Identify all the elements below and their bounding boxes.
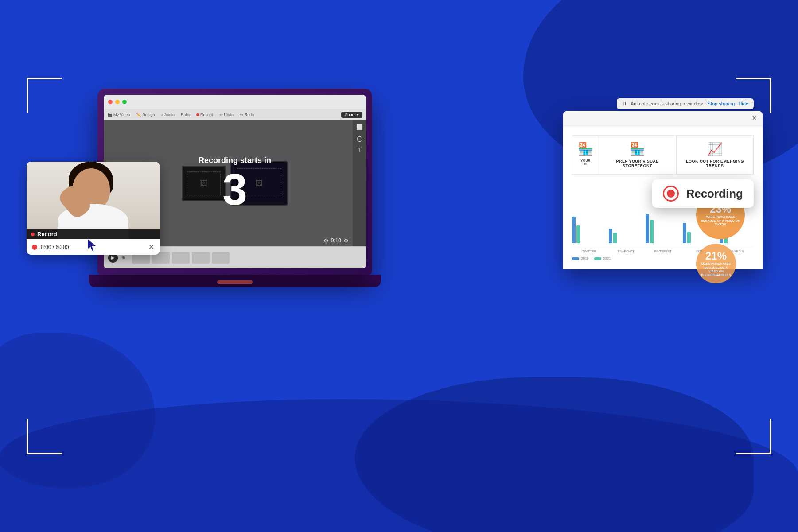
trends-icon: 📈 (707, 142, 723, 156)
toolbar-audio[interactable]: ♪ Audio (161, 113, 175, 117)
stop-sharing-btn[interactable]: Stop sharing (708, 101, 735, 106)
sharing-notification: ⏸ Animoto.com is sharing a window. Stop … (617, 98, 754, 109)
person-silhouette: 😊 (27, 162, 160, 239)
rec-dot-small (32, 245, 37, 250)
laptop-notch (217, 280, 253, 284)
panel-close-button[interactable]: × (752, 114, 756, 122)
bar-group-snapchat (609, 229, 643, 243)
toolbar-my-video[interactable]: 🎬 My Video (107, 113, 130, 117)
toolbar-ratio[interactable]: Ratio (181, 113, 190, 117)
storefront-icon: 🏪 (630, 142, 645, 156)
record-text: Record (37, 231, 57, 237)
corner-bracket-bl (27, 419, 62, 454)
stats-cards: 🏪 YOURN 🏪 PREP YOUR VISUAL STOREFRONT 📈 … (572, 135, 754, 175)
storefront-label: PREP YOUR VISUAL STOREFRONT (606, 159, 669, 168)
toolbar-undo[interactable]: ↩ Undo (219, 113, 234, 117)
corner-bracket-br (736, 419, 771, 454)
record-label: Record (27, 229, 160, 239)
stat-card-trends: 📈 LOOK OUT FOR EMERGING TRENDS (676, 135, 754, 175)
side-controls: ⬜ ◯ T (353, 120, 366, 246)
record-red-dot (31, 233, 35, 236)
partial-icon: 🏪 (578, 142, 593, 156)
recording-starts-text: Recording starts in (199, 156, 271, 165)
bubble-23-text: MADE PURCHASES BECAUSE OF A VIDEO ON TIK… (696, 215, 745, 226)
recording-label: Recording (686, 187, 743, 201)
laptop-base (89, 275, 381, 287)
time-display: 0:00 / 60:00 (41, 244, 69, 250)
cursor-icon (88, 239, 98, 255)
bubble-21-percent: 21% (705, 250, 727, 262)
dot-yellow[interactable] (115, 100, 120, 104)
sharing-text: Animoto.com is sharing a window. (631, 101, 704, 106)
toolbar-share[interactable]: Share ▾ (341, 112, 362, 118)
recording-circle (663, 186, 679, 202)
corner-bracket-tl (27, 78, 62, 113)
webcam-video: 😊 Record (27, 162, 160, 239)
hide-btn[interactable]: Hide (738, 101, 748, 106)
dot-red[interactable] (108, 100, 113, 104)
stat-card-storefront: 🏪 PREP YOUR VISUAL STOREFRONT (599, 135, 676, 175)
recording-badge: Recording (652, 179, 754, 208)
bar-group-twitter (572, 217, 606, 243)
right-panel-header: × (563, 111, 763, 126)
app-toolbar: 🎬 My Video ✏️ Design ♪ Audio Ratio Recor… (104, 109, 366, 120)
record-dot (196, 113, 199, 116)
bar-group-pinterest (646, 214, 680, 243)
countdown-number: 3 (222, 167, 247, 211)
pause-icon: ⏸ (622, 101, 627, 106)
browser-chrome (104, 95, 366, 109)
toolbar-record[interactable]: Record (196, 113, 213, 117)
trends-label: LOOK OUT FOR EMERGING TRENDS (684, 159, 746, 168)
close-button[interactable]: ✕ (148, 243, 154, 251)
dot-green[interactable] (122, 100, 127, 104)
toolbar-redo[interactable]: ↪ Redo (240, 113, 254, 117)
toolbar-design[interactable]: ✏️ Design (136, 113, 155, 117)
time-indicator: ⊖ 0:10 ⊕ (324, 237, 348, 244)
bubble-21-text: MADE PURCHASES BECAUSE OF A VIDEO ON INS… (696, 262, 736, 277)
recording-inner-dot (667, 190, 675, 198)
bubble-21: 21% MADE PURCHASES BECAUSE OF A VIDEO ON… (696, 244, 736, 283)
stat-card-partial: 🏪 YOURN (572, 135, 599, 175)
